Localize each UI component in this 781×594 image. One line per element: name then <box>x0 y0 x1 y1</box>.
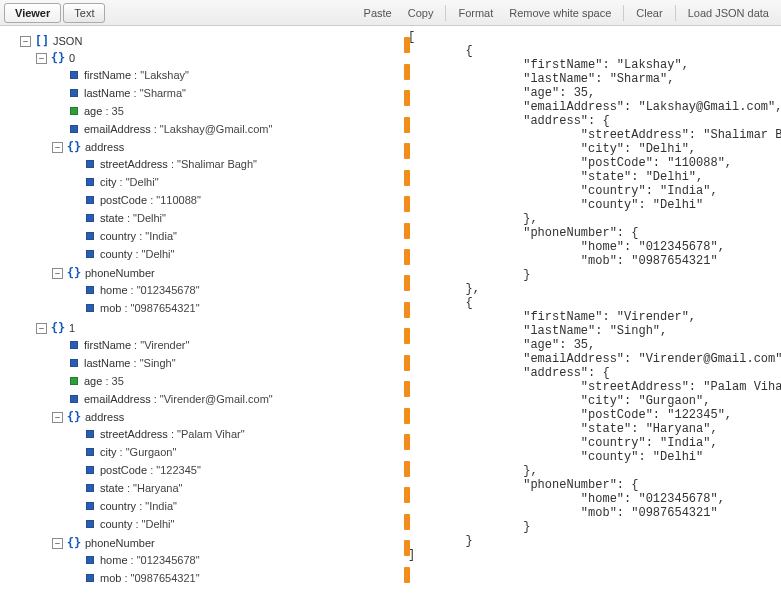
tree-leaf[interactable]: mob : "0987654321" <box>68 570 396 586</box>
key: lastName <box>84 87 130 99</box>
node-label: 0 <box>69 52 75 64</box>
tree-leaf[interactable]: postCode : "110088" <box>68 192 396 208</box>
string-icon <box>86 556 94 564</box>
tree-object-node[interactable]: − {} 0 <box>36 50 396 66</box>
separator <box>445 5 446 21</box>
tree-leaf[interactable]: emailAddress : "Lakshay@Gmail.com" <box>52 121 396 137</box>
object-icon: {} <box>51 52 65 64</box>
tree-leaf[interactable]: emailAddress : "Virender@Gmail.com" <box>52 391 396 407</box>
tree-leaf[interactable]: county : "Delhi" <box>68 516 396 532</box>
tab-viewer[interactable]: Viewer <box>4 3 61 23</box>
key: firstName <box>84 69 131 81</box>
collapse-icon[interactable]: − <box>20 36 31 47</box>
value: "Lakshay" <box>140 69 189 81</box>
tree-leaf[interactable]: county : "Delhi" <box>68 246 396 262</box>
key: county <box>100 518 132 530</box>
separator <box>675 5 676 21</box>
tab-text[interactable]: Text <box>63 3 105 23</box>
tree-object-node[interactable]: −{}phoneNumber <box>52 535 396 551</box>
key: mob <box>100 572 121 584</box>
tree-leaf[interactable]: mob : "0987654321" <box>68 300 396 316</box>
key: state <box>100 482 124 494</box>
tree-object-node[interactable]: − {} 1 <box>36 320 396 336</box>
string-icon <box>86 448 94 456</box>
tree-leaf[interactable]: firstName : "Lakshay" <box>52 67 396 83</box>
paste-button[interactable]: Paste <box>356 4 400 22</box>
string-icon <box>86 574 94 582</box>
value: "Delhi" <box>126 176 159 188</box>
key: home <box>100 284 128 296</box>
tree-leaf[interactable]: streetAddress : "Palam Vihar" <box>68 426 396 442</box>
tree-leaf[interactable]: home : "012345678" <box>68 282 396 298</box>
value: "Gurgaon" <box>126 446 177 458</box>
separator <box>623 5 624 21</box>
key: emailAddress <box>84 123 151 135</box>
value: "122345" <box>156 464 201 476</box>
string-icon <box>86 214 94 222</box>
load-json-button[interactable]: Load JSON data <box>680 4 777 22</box>
value: 35 <box>112 375 124 387</box>
tree-leaf[interactable]: lastName : "Sharma" <box>52 85 396 101</box>
string-icon <box>86 304 94 312</box>
string-icon <box>70 359 78 367</box>
tree-object-node[interactable]: −{}phoneNumber <box>52 265 396 281</box>
collapse-icon[interactable]: − <box>52 538 63 549</box>
value: 35 <box>112 105 124 117</box>
key: age <box>84 105 102 117</box>
value: "India" <box>145 500 177 512</box>
toolbar: Viewer Text Paste Copy Format Remove whi… <box>0 0 781 26</box>
tree-leaf[interactable]: country : "India" <box>68 498 396 514</box>
clear-button[interactable]: Clear <box>628 4 670 22</box>
string-icon <box>86 160 94 168</box>
tree-leaf[interactable]: age : 35 <box>52 103 396 119</box>
format-button[interactable]: Format <box>450 4 501 22</box>
string-icon <box>86 232 94 240</box>
tree-leaf[interactable]: home : "012345678" <box>68 552 396 568</box>
key: country <box>100 230 136 242</box>
string-icon <box>86 286 94 294</box>
collapse-icon[interactable]: − <box>52 142 63 153</box>
collapse-icon[interactable]: − <box>52 412 63 423</box>
number-icon <box>70 377 78 385</box>
value: "Singh" <box>140 357 176 369</box>
object-icon: {} <box>67 141 81 153</box>
tree-leaf[interactable]: city : "Gurgaon" <box>68 444 396 460</box>
string-icon <box>86 484 94 492</box>
tree-leaf[interactable]: lastName : "Singh" <box>52 355 396 371</box>
value: "0987654321" <box>131 572 200 584</box>
key: city <box>100 176 117 188</box>
key: streetAddress <box>100 428 168 440</box>
pane-divider[interactable] <box>400 32 414 588</box>
key: country <box>100 500 136 512</box>
object-icon: {} <box>67 537 81 549</box>
tree-leaf[interactable]: country : "India" <box>68 228 396 244</box>
string-icon <box>86 466 94 474</box>
json-text-pane[interactable]: [ { "firstName": "Lakshay", "lastName": … <box>400 26 781 594</box>
key: state <box>100 212 124 224</box>
collapse-icon[interactable]: − <box>36 53 47 64</box>
tree-object-node[interactable]: −{}address <box>52 139 396 155</box>
value: "Palam Vihar" <box>177 428 245 440</box>
collapse-icon[interactable]: − <box>36 323 47 334</box>
tree-object-node[interactable]: −{}address <box>52 409 396 425</box>
tree-leaf[interactable]: streetAddress : "Shalimar Bagh" <box>68 156 396 172</box>
string-icon <box>86 196 94 204</box>
copy-button[interactable]: Copy <box>400 4 442 22</box>
value: "Delhi" <box>142 518 175 530</box>
tree-pane[interactable]: − [] JSON − {} 0 firstName : "Lakshay" <box>0 26 400 594</box>
tree-leaf[interactable]: firstName : "Virender" <box>52 337 396 353</box>
collapse-icon[interactable]: − <box>52 268 63 279</box>
tree-leaf[interactable]: age : 35 <box>52 373 396 389</box>
node-label: phoneNumber <box>85 537 155 549</box>
tree-leaf[interactable]: state : "Haryana" <box>68 480 396 496</box>
key: county <box>100 248 132 260</box>
key: age <box>84 375 102 387</box>
string-icon <box>70 71 78 79</box>
string-icon <box>86 178 94 186</box>
remove-whitespace-button[interactable]: Remove white space <box>501 4 619 22</box>
key: streetAddress <box>100 158 168 170</box>
tree-leaf[interactable]: postCode : "122345" <box>68 462 396 478</box>
tree-root-node[interactable]: − [] JSON <box>20 33 396 49</box>
tree-leaf[interactable]: city : "Delhi" <box>68 174 396 190</box>
tree-leaf[interactable]: state : "Delhi" <box>68 210 396 226</box>
